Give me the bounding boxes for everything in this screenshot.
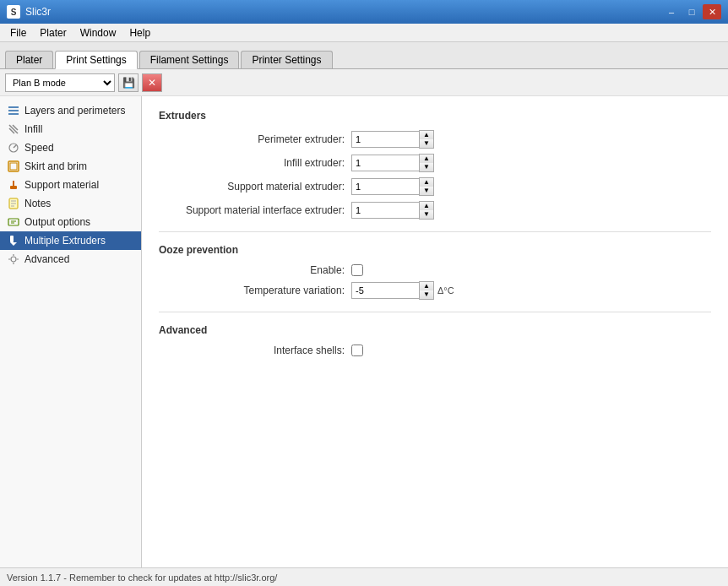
menu-bar: File Plater Window Help (0, 24, 728, 42)
interface-shells-checkbox[interactable] (351, 345, 363, 356)
support-extruder-input[interactable] (351, 178, 419, 195)
support-extruder-spinners: ▲ ▼ (419, 177, 434, 196)
perimeter-extruder-input-group: ▲ ▼ (351, 130, 434, 149)
interface-shells-label: Interface shells: (159, 345, 345, 356)
interface-shells-row: Interface shells: (159, 345, 711, 356)
sidebar: Layers and perimeters Infill Speed Skirt… (0, 96, 142, 567)
svg-rect-2 (8, 113, 19, 115)
temp-variation-input[interactable] (351, 282, 419, 299)
extruders-section-title: Extruders (159, 110, 711, 122)
temp-variation-up[interactable]: ▲ (420, 282, 433, 290)
speed-icon (7, 141, 20, 155)
sidebar-item-support-material[interactable]: Support material (0, 176, 141, 194)
support-interface-extruder-input-group: ▲ ▼ (351, 201, 434, 220)
sidebar-item-output-options[interactable]: Output options (0, 213, 141, 231)
profile-select[interactable]: Plan B mode (5, 73, 115, 92)
ooze-section-title: Ooze prevention (159, 244, 711, 256)
infill-extruder-input[interactable] (351, 155, 419, 171)
extruders-icon (7, 234, 20, 247)
infill-extruder-down[interactable]: ▼ (420, 163, 433, 171)
support-interface-extruder-spinners: ▲ ▼ (419, 201, 434, 220)
sidebar-label-support: Support material (24, 179, 99, 191)
title-bar: S Slic3r – □ ✕ (0, 0, 728, 24)
sidebar-label-advanced: Advanced (24, 253, 69, 265)
sidebar-label-output: Output options (24, 216, 90, 228)
sidebar-item-layers-and-perimeters[interactable]: Layers and perimeters (0, 101, 141, 120)
sidebar-item-notes[interactable]: Notes (0, 194, 141, 213)
maximize-button[interactable]: □ (682, 4, 701, 19)
svg-rect-11 (13, 181, 14, 187)
tab-print-settings[interactable]: Print Settings (55, 51, 137, 69)
tab-bar: Plater Print Settings Filament Settings … (0, 42, 728, 69)
support-extruder-input-group: ▲ ▼ (351, 177, 434, 196)
status-bar: Version 1.1.7 - Remember to check for up… (0, 567, 728, 586)
infill-extruder-input-group: ▲ ▼ (351, 154, 434, 172)
perimeter-extruder-spinners: ▲ ▼ (419, 130, 434, 149)
menu-help[interactable]: Help (122, 25, 157, 41)
temp-variation-down[interactable]: ▼ (420, 290, 433, 299)
minimize-button[interactable]: – (662, 4, 681, 19)
infill-extruder-label: Infill extruder: (159, 157, 345, 169)
interface-shells-checkbox-group (351, 345, 363, 356)
sidebar-label-layers: Layers and perimeters (24, 105, 125, 117)
support-interface-extruder-down[interactable]: ▼ (420, 210, 433, 219)
enable-checkbox[interactable] (351, 264, 363, 276)
sidebar-label-notes: Notes (24, 198, 51, 209)
sidebar-item-infill[interactable]: Infill (0, 120, 141, 138)
sidebar-label-infill: Infill (24, 123, 42, 135)
advanced-section-title: Advanced (159, 324, 711, 336)
divider-1 (159, 231, 711, 232)
infill-extruder-row: Infill extruder: ▲ ▼ (159, 154, 711, 172)
notes-icon (7, 197, 20, 210)
save-profile-button[interactable]: 💾 (118, 73, 139, 92)
window-controls: – □ ✕ (662, 4, 721, 19)
perimeter-extruder-input[interactable] (351, 131, 419, 148)
support-interface-extruder-row: Support material interface extruder: ▲ ▼ (159, 201, 711, 220)
support-extruder-up[interactable]: ▲ (420, 178, 433, 187)
toolbar: Plan B mode 💾 ✕ (0, 69, 728, 96)
svg-rect-9 (10, 163, 17, 170)
menu-file[interactable]: File (3, 25, 33, 41)
perimeter-extruder-down[interactable]: ▼ (420, 139, 433, 148)
sidebar-item-multiple-extruders[interactable]: Multiple Extruders (0, 231, 141, 250)
svg-rect-0 (8, 106, 19, 108)
support-icon (7, 178, 20, 192)
perimeter-extruder-up[interactable]: ▲ (420, 131, 433, 139)
tab-filament-settings[interactable]: Filament Settings (139, 51, 240, 68)
support-interface-extruder-input[interactable] (351, 202, 419, 219)
enable-row: Enable: (159, 264, 711, 276)
svg-marker-20 (10, 242, 17, 246)
menu-window[interactable]: Window (73, 25, 123, 41)
svg-line-7 (14, 145, 16, 148)
temp-variation-label: Temperature variation: (159, 285, 345, 296)
tab-printer-settings[interactable]: Printer Settings (241, 51, 332, 68)
status-text: Version 1.1.7 - Remember to check for up… (7, 572, 277, 583)
temp-variation-input-group: ▲ ▼ Δ°C (351, 281, 454, 300)
temp-variation-spinners: ▲ ▼ (419, 281, 434, 300)
title-bar-left: S Slic3r (7, 5, 51, 19)
window-title: Slic3r (25, 6, 51, 18)
main-layout: Layers and perimeters Infill Speed Skirt… (0, 96, 728, 567)
sidebar-label-skirt: Skirt and brim (24, 160, 87, 172)
sidebar-item-speed[interactable]: Speed (0, 138, 141, 157)
support-extruder-down[interactable]: ▼ (420, 187, 433, 195)
svg-rect-19 (10, 236, 14, 242)
menu-plater[interactable]: Plater (33, 25, 73, 41)
content-area: Extruders Perimeter extruder: ▲ ▼ Infill… (142, 96, 728, 567)
skirt-icon (7, 160, 20, 173)
infill-extruder-up[interactable]: ▲ (420, 155, 433, 163)
sidebar-item-skirt-and-brim[interactable]: Skirt and brim (0, 157, 141, 176)
enable-checkbox-group (351, 264, 363, 276)
advanced-icon (7, 252, 20, 266)
close-button[interactable]: ✕ (703, 4, 721, 19)
support-interface-extruder-up[interactable]: ▲ (420, 202, 433, 210)
support-extruder-row: Support material extruder: ▲ ▼ (159, 177, 711, 196)
temp-variation-unit: Δ°C (437, 285, 454, 296)
sidebar-item-advanced[interactable]: Advanced (0, 250, 141, 269)
svg-point-21 (11, 257, 16, 262)
app-icon: S (7, 5, 20, 19)
infill-icon (7, 122, 20, 136)
sidebar-label-speed: Speed (24, 142, 54, 154)
tab-plater[interactable]: Plater (5, 51, 53, 68)
delete-profile-button[interactable]: ✕ (142, 73, 162, 92)
